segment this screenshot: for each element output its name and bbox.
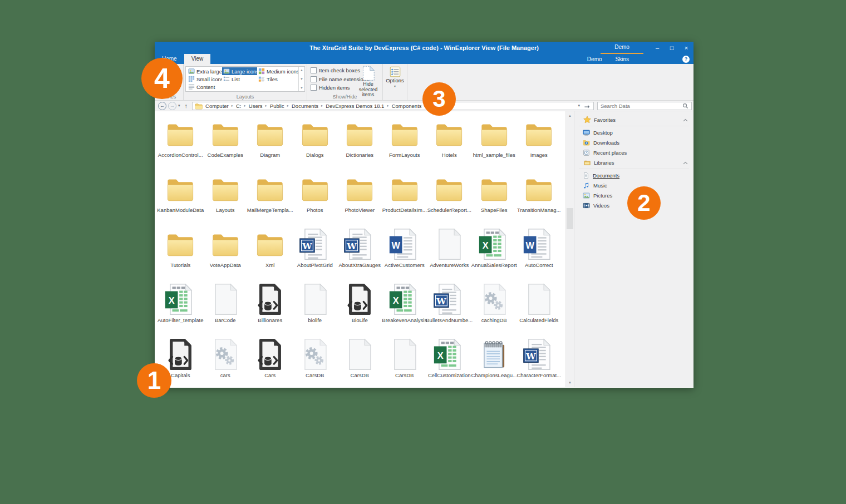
file-item[interactable]: ProductDetailsIm... — [382, 170, 427, 225]
file-item[interactable]: CarsDB — [337, 335, 382, 387]
breadcrumb-segment[interactable]: Computer — [203, 103, 232, 109]
file-item[interactable]: CarsDB — [293, 335, 338, 387]
checkbox-box[interactable] — [311, 67, 317, 73]
navigation-sidebar: FavoritesDesktopDownloadsRecent placesLi… — [574, 111, 693, 387]
layout-option-content[interactable]: Content — [187, 83, 222, 91]
layout-option-extra-large-view[interactable]: Extra large view — [187, 67, 222, 75]
help-icon[interactable]: ? — [682, 56, 690, 63]
file-item[interactable]: AccordionControl... — [158, 115, 203, 170]
file-item[interactable]: PhotoViewer — [337, 170, 382, 225]
breadcrumb-segment[interactable]: Users — [246, 103, 265, 109]
file-item[interactable]: ShapeFiles — [472, 170, 517, 225]
file-item[interactable]: Photos — [293, 170, 338, 225]
forward-button[interactable]: → — [168, 102, 176, 110]
file-item[interactable]: FormLayouts — [382, 115, 427, 170]
file-label: ActiveCustomers — [385, 262, 425, 268]
file-item[interactable]: Tutorials — [158, 225, 203, 280]
sidebar-item-recent-places[interactable]: Recent places — [574, 147, 693, 157]
file-item[interactable]: WBulletsAndNumbe... — [427, 280, 472, 335]
sidebar-item-desktop[interactable]: Desktop — [574, 127, 693, 137]
file-item[interactable]: Layouts — [203, 170, 248, 225]
file-item[interactable]: XAnnualSalesReport — [472, 225, 517, 280]
search-icon[interactable] — [682, 103, 688, 109]
refresh-icon[interactable] — [584, 103, 590, 109]
close-button[interactable]: × — [679, 42, 693, 54]
layout-option-small-icons[interactable]: Small icons — [187, 75, 222, 83]
gallery-expand-icon[interactable]: ▼ — [300, 86, 303, 90]
checkbox-box[interactable] — [311, 85, 317, 91]
maximize-button[interactable]: □ — [665, 42, 679, 54]
checkbox-box[interactable] — [311, 76, 317, 82]
file-item[interactable]: WCharacterFormat... — [517, 335, 562, 387]
file-item[interactable]: cars — [203, 335, 248, 387]
breadcrumb-segment[interactable]: Components — [389, 103, 425, 109]
file-item[interactable]: Cars — [248, 335, 293, 387]
file-item[interactable]: WAboutPivotGrid — [293, 225, 338, 280]
file-item[interactable]: CodeExamples — [203, 115, 248, 170]
file-item[interactable]: ChampionsLeagu... — [472, 335, 517, 387]
breadcrumb[interactable]: Computer▸C:▸Users▸Public▸Documents▸DevEx… — [192, 102, 594, 110]
sidebar-item-documents[interactable]: Documents — [574, 170, 693, 180]
folder-icon — [195, 102, 203, 110]
file-item[interactable]: TransitionManag... — [517, 170, 562, 225]
scrollbar-thumb[interactable] — [567, 208, 573, 229]
chevron-up-icon[interactable] — [683, 117, 688, 123]
file-item[interactable]: KanbanModuleData — [158, 170, 203, 225]
file-item[interactable]: CarsDB — [382, 335, 427, 387]
layout-option-large-icons[interactable]: Large icons — [222, 67, 257, 75]
gallery-scroll-down-icon[interactable]: ▼ — [300, 77, 303, 81]
layout-option-list[interactable]: List — [222, 75, 257, 83]
tab-view[interactable]: View — [184, 54, 211, 64]
scroll-up-icon[interactable]: ▲ — [566, 112, 574, 120]
file-item[interactable]: WAutoCorrect — [517, 225, 562, 280]
layout-option-tiles[interactable]: Tiles — [257, 75, 298, 83]
file-item[interactable]: XCellCustomization — [427, 335, 472, 387]
search-box[interactable] — [597, 102, 692, 110]
breadcrumb-segment[interactable]: Public — [267, 103, 287, 109]
history-dropdown-icon[interactable]: ▾ — [176, 103, 182, 108]
file-item[interactable]: cachingDB — [472, 280, 517, 335]
file-item[interactable]: XBreakevenAnalysis — [382, 280, 427, 335]
folder-icon — [253, 225, 287, 260]
file-item[interactable]: Xml — [248, 225, 293, 280]
address-dropdown-icon[interactable]: ▾ — [578, 103, 580, 108]
file-item[interactable]: WAboutXtraGauges — [337, 225, 382, 280]
tab-demo[interactable]: Demo — [581, 56, 609, 62]
layout-option-medium-icons[interactable]: Medium icons — [257, 67, 298, 75]
vertical-scrollbar[interactable]: ▲ ▼ — [565, 111, 574, 387]
minimize-button[interactable]: – — [650, 42, 665, 54]
file-item[interactable]: MailMergeTempla... — [248, 170, 293, 225]
breadcrumb-segment[interactable]: C: — [233, 103, 244, 109]
search-input[interactable] — [601, 103, 682, 109]
gallery-scroll-up-icon[interactable]: ▲ — [300, 68, 303, 72]
file-item[interactable]: CalculatedFields — [517, 280, 562, 335]
sidebar-section-favorites[interactable]: Favorites — [574, 114, 693, 125]
up-button[interactable]: ↑ — [182, 102, 191, 109]
file-item[interactable]: BioLife — [337, 280, 382, 335]
file-item[interactable]: BarCode — [203, 280, 248, 335]
sidebar-item-downloads[interactable]: Downloads — [574, 137, 693, 147]
file-item[interactable]: Hotels — [427, 115, 472, 170]
file-item[interactable]: WActiveCustomers — [382, 225, 427, 280]
file-item[interactable]: AdventureWorks — [427, 225, 472, 280]
file-item[interactable]: Images — [517, 115, 562, 170]
file-item[interactable]: Billionares — [248, 280, 293, 335]
file-item[interactable]: SchedulerReport... — [427, 170, 472, 225]
file-item[interactable]: Dialogs — [293, 115, 338, 170]
file-item[interactable]: XAutoFilter_template — [158, 280, 203, 335]
breadcrumb-segment[interactable]: DevExpress Demos 18.1 — [323, 103, 387, 109]
hide-selected-items-button[interactable]: Hide selected items — [355, 66, 381, 98]
chevron-up-icon[interactable] — [683, 160, 688, 166]
sidebar-section-libraries[interactable]: Libraries — [574, 157, 693, 168]
breadcrumb-segment[interactable]: Documents — [289, 103, 321, 109]
gallery-scrollbar[interactable]: ▲ ▼ ▼ — [298, 67, 304, 91]
file-item[interactable]: biolife — [293, 280, 338, 335]
file-item[interactable]: html_sample_files — [472, 115, 517, 170]
options-button[interactable]: Options ▾ — [383, 66, 407, 88]
scroll-down-icon[interactable]: ▼ — [566, 379, 574, 387]
tab-skins[interactable]: Skins — [609, 56, 636, 62]
file-item[interactable]: VoteAppData — [203, 225, 248, 280]
file-item[interactable]: Diagram — [248, 115, 293, 170]
file-item[interactable]: Dictionaries — [337, 115, 382, 170]
back-button[interactable]: ← — [158, 102, 166, 110]
